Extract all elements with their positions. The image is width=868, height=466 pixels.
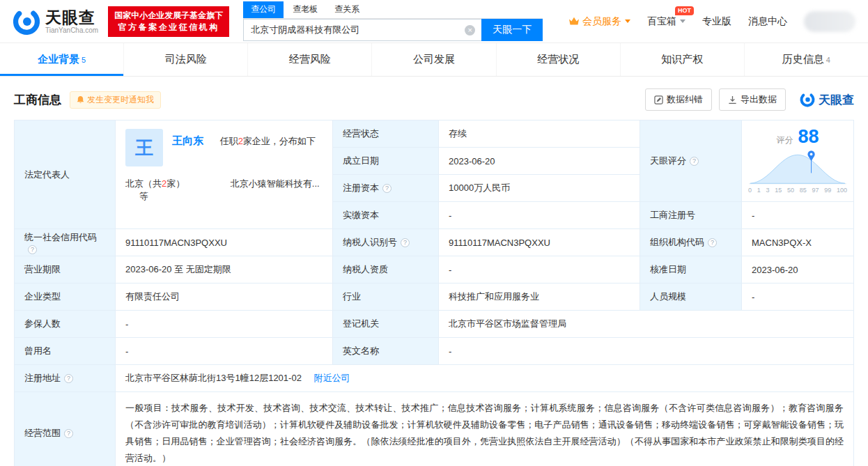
credit-code-value: 91110117MACN3PQXXU	[116, 229, 333, 256]
region-summary: 北京（共2家）	[125, 178, 185, 189]
insured-count-value: -	[116, 311, 333, 338]
tab-intellectual-property[interactable]: 知识产权	[620, 43, 744, 76]
logo-text: 天眼查 TianYanCha.com	[45, 9, 98, 34]
business-scope-label: 经营范围?	[15, 392, 116, 466]
related-company-link[interactable]: 北京小猿智能科技有...	[231, 178, 320, 189]
vip-service-link[interactable]: 会员服务	[568, 15, 630, 28]
export-data-button[interactable]: 导出数据	[719, 88, 786, 111]
info-icon[interactable]: ?	[64, 429, 73, 438]
table-row: 曾用名 - 英文名称 -	[15, 338, 854, 365]
table-row: 法定代表人 王 王向东 任职2家企业，分布如下 北京（共2家） 北京小猿智能科技…	[15, 121, 854, 148]
company-count: 2	[238, 136, 243, 146]
tab-label: 经营风险	[289, 53, 331, 66]
search-input[interactable]	[244, 20, 481, 40]
nearby-companies-link[interactable]: 附近公司	[313, 373, 350, 383]
info-icon[interactable]: ?	[382, 184, 392, 193]
tab-company-background[interactable]: 企业背景5	[0, 43, 123, 76]
data-correction-label: 数据纠错	[667, 93, 703, 106]
header-right-menu: 会员服务 HOT 百宝箱 专业版 消息中心	[568, 11, 855, 32]
status-label: 经营状态	[333, 121, 439, 148]
section-actions: 数据纠错 导出数据 天眼查	[645, 88, 854, 111]
notify-on-change-button[interactable]: 发生变更时通知我	[70, 91, 161, 109]
user-account-area-redacted[interactable]	[804, 11, 855, 32]
info-icon[interactable]: ?	[690, 157, 699, 166]
hot-badge: HOT	[675, 6, 694, 15]
status-value: 存续	[439, 121, 640, 148]
legal-rep-name-link[interactable]: 王向东	[172, 134, 203, 146]
info-icon[interactable]: ?	[401, 238, 410, 247]
crown-icon	[568, 17, 580, 26]
tianyan-score-value[interactable]: 评分 88 0131550859799100	[742, 121, 854, 202]
legal-rep-value: 王 王向东 任职2家企业，分布如下 北京（共2家） 北京小猿智能科技有... 等	[116, 121, 333, 229]
paidin-capital-value: -	[439, 202, 640, 229]
staff-size-value: -	[742, 284, 854, 311]
gov-badge-line1: 国家中小企业发展子基金旗下	[114, 10, 223, 22]
table-row: 营业期限 2023-06-20 至 无固定期限 纳税人资质 - 核准日期 202…	[15, 256, 854, 284]
business-term-value: 2023-06-20 至 无固定期限	[116, 256, 333, 284]
table-row: 统一社会信用代码? 91110117MACN3PQXXU 纳税人识别号? 911…	[15, 229, 854, 256]
tab-company-development[interactable]: 公司发展	[371, 43, 495, 76]
logo-title: 天眼查	[45, 9, 98, 26]
tianyan-score-label: 天眼评分?	[640, 121, 742, 202]
search-area: 查公司 查老板 查关系 × 天眼一下	[243, 1, 543, 41]
logo-subtitle: TianYanCha.com	[45, 26, 98, 34]
tab-judicial-risk[interactable]: 司法风险	[123, 43, 247, 76]
tab-operation-status[interactable]: 经营状况	[496, 43, 620, 76]
business-info-section-header: 工商信息 发生变更时通知我 数据纠错 导出数据	[0, 77, 868, 118]
tab-label: 历史信息	[782, 53, 824, 66]
legal-rep-line1: 王向东 任职2家企业，分布如下	[172, 134, 316, 148]
legal-rep-avatar[interactable]: 王	[125, 129, 163, 166]
toolbox-link[interactable]: HOT 百宝箱	[647, 15, 685, 28]
address-text: 北京市平谷区林荫北街13号1幢12层1201-02	[125, 373, 302, 383]
establish-date-label: 成立日期	[333, 148, 439, 175]
registered-capital-value: 10000万人民币	[439, 175, 640, 202]
approval-date-label: 核准日期	[640, 256, 742, 284]
search-tab-boss[interactable]: 查老板	[285, 1, 325, 18]
industry-value: 科技推广和应用服务业	[439, 284, 640, 311]
legal-rep-label: 法定代表人	[15, 121, 116, 229]
registered-address-label: 注册地址?	[15, 365, 116, 392]
company-type-label: 企业类型	[15, 284, 116, 311]
registered-address-value: 北京市平谷区林荫北街13号1幢12层1201-02 附近公司	[116, 365, 854, 392]
search-tab-company[interactable]: 查公司	[243, 1, 284, 18]
tianyancha-watermark: 天眼查	[800, 92, 854, 108]
search-button[interactable]: 天眼一下	[481, 19, 543, 41]
establish-date-value: 2023-06-20	[439, 148, 640, 175]
table-row: 参保人数 - 登记机关 北京市平谷区市场监督管理局	[15, 311, 854, 338]
chevron-down-icon	[625, 20, 630, 23]
data-correction-button[interactable]: 数据纠错	[645, 88, 712, 111]
info-icon[interactable]: ?	[28, 245, 37, 254]
registration-authority-label: 登记机关	[333, 311, 439, 338]
tianyancha-logo-icon	[13, 8, 40, 36]
table-row: 注册地址? 北京市平谷区林荫北街13号1幢12层1201-02 附近公司	[15, 365, 854, 392]
pro-version-link[interactable]: 专业版	[702, 15, 731, 28]
tab-label: 经营状况	[537, 53, 579, 66]
former-name-value: -	[116, 338, 333, 365]
gov-certification-badge: 国家中小企业发展子基金旗下 官方备案企业征信机构	[108, 6, 229, 37]
info-icon[interactable]: ?	[708, 238, 717, 247]
tab-label: 司法风险	[165, 53, 207, 66]
legal-rep-distribution: 北京（共2家） 北京小猿智能科技有... 等	[125, 178, 323, 203]
search-type-tabs: 查公司 查老板 查关系	[243, 1, 543, 19]
registration-authority-value: 北京市平谷区市场监督管理局	[439, 311, 854, 338]
company-section-tabs: 企业背景5 司法风险 经营风险 公司发展 经营状况 知识产权 历史信息4	[0, 43, 868, 77]
search-tab-relation[interactable]: 查关系	[327, 1, 367, 18]
field-label: 法定代表人	[24, 169, 70, 180]
legal-rep-top: 王 王向东 任职2家企业，分布如下	[125, 129, 323, 166]
english-name-value: -	[439, 338, 854, 365]
export-data-label: 导出数据	[741, 93, 777, 106]
taxpayer-qualification-value: -	[439, 256, 640, 284]
gov-badge-line2: 官方备案企业征信机构	[114, 22, 223, 33]
taxpayer-id-value: 91110117MACN3PQXXU	[439, 229, 640, 256]
tianyancha-logo[interactable]: 天眼查 TianYanCha.com	[13, 8, 98, 36]
message-center-link[interactable]: 消息中心	[748, 15, 787, 28]
business-scope-value: 一般项目：技术服务、技术开发、技术咨询、技术交流、技术转让、技术推广；信息技术咨…	[116, 392, 854, 466]
tab-operation-risk[interactable]: 经营风险	[247, 43, 371, 76]
download-icon	[728, 95, 737, 104]
paidin-capital-label: 实缴资本	[333, 202, 439, 229]
info-icon[interactable]: ?	[64, 374, 73, 383]
registered-capital-label: 注册资本?	[333, 175, 439, 202]
tab-history-info[interactable]: 历史信息4	[744, 43, 868, 76]
search-box: ×	[243, 19, 481, 41]
former-name-label: 曾用名	[15, 338, 116, 365]
